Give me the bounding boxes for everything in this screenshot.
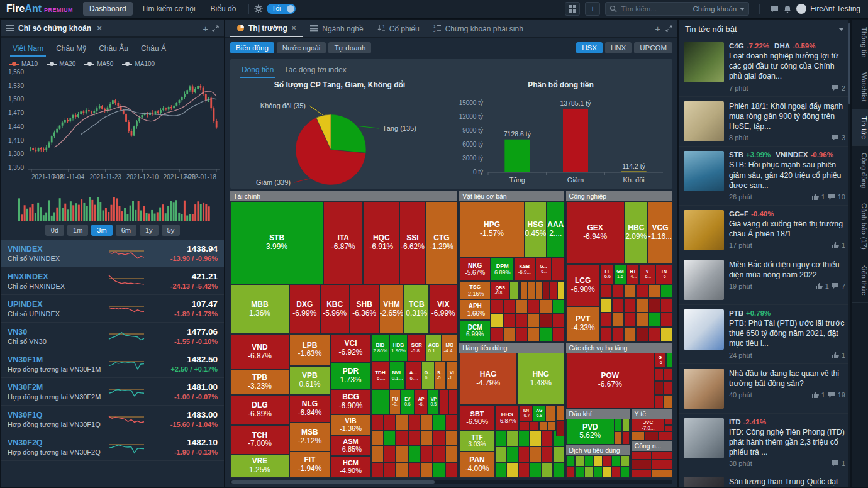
- treemap-cell-small[interactable]: [636, 284, 648, 299]
- treemap-cell-HPG[interactable]: HPG-1.57%: [459, 201, 525, 257]
- exchange-UPCOM[interactable]: UPCOM: [634, 42, 672, 53]
- treemap-cell-small[interactable]: [535, 281, 543, 299]
- treemap-cell-small[interactable]: [593, 467, 603, 478]
- treemap-cell-small[interactable]: [495, 462, 506, 478]
- gear-icon[interactable]: [254, 4, 263, 13]
- sidebar-tab-4[interactable]: Cảnh báo (17): [852, 196, 868, 257]
- treemap-cell-small[interactable]: [550, 281, 557, 299]
- treemap-cell-VHM[interactable]: VHM-2.65%: [379, 284, 404, 334]
- treemap-cell-small[interactable]: [624, 327, 636, 341]
- treemap-cell-DPM[interactable]: DPM6.89%: [491, 257, 514, 281]
- treemap-cell-small[interactable]: [552, 299, 565, 313]
- treemap-cell-S...[interactable]: S...-0...: [435, 362, 446, 389]
- treemap-cell-small[interactable]: [530, 430, 541, 446]
- treemap-cell-VND[interactable]: VND-6.87%: [230, 334, 289, 370]
- index-candle-chart[interactable]: 1,5601,5301,5001,4701,4401,4101,3801,350…: [1, 67, 224, 194]
- treemap-cell-small[interactable]: [556, 405, 564, 421]
- treemap-cell-small[interactable]: [660, 327, 672, 341]
- flow-tab-0[interactable]: Dòng tiền: [238, 64, 277, 78]
- news-tag-symbol[interactable]: PTB: [729, 309, 743, 317]
- nav-item-2[interactable]: Biểu đồ: [204, 2, 243, 16]
- range-button-1y[interactable]: 1y: [140, 225, 159, 236]
- filter-0[interactable]: Biến động: [230, 42, 274, 53]
- market-tab-2[interactable]: 1Cổ phiếu: [371, 20, 426, 37]
- treemap-cell-small[interactable]: [433, 462, 445, 478]
- treemap-cell-small[interactable]: [654, 382, 663, 395]
- treemap-cell-small[interactable]: [491, 313, 503, 327]
- news-title[interactable]: Sản lượng than Trung Quốc đạt mức kỷ lục…: [729, 477, 845, 487]
- expand-icon[interactable]: [665, 25, 672, 32]
- index-row-HNXINDEX[interactable]: HNXINDEXChỉ số HNXINDEX421.21-24.13 / -5…: [1, 267, 224, 295]
- treemap-cell-small[interactable]: [384, 462, 396, 478]
- treemap-cell-KSB[interactable]: KSB-6.9...: [514, 257, 535, 281]
- add-icon[interactable]: +: [203, 23, 208, 34]
- treemap-cell-small[interactable]: [624, 284, 636, 299]
- close-icon[interactable]: ✕: [96, 24, 103, 33]
- treemap-cell-small[interactable]: [420, 430, 433, 446]
- treemap-cell-small[interactable]: [528, 328, 540, 341]
- exchange-HNX[interactable]: HNX: [605, 42, 632, 53]
- treemap-cell-PVD[interactable]: PVD5.62%: [566, 419, 615, 445]
- treemap-cell-small[interactable]: [600, 298, 612, 313]
- news-title[interactable]: ITD: Công nghệ Tiên Phong (ITD) phát hàn…: [729, 427, 845, 458]
- treemap-cell-TT[interactable]: TT-6.6: [600, 264, 614, 284]
- treemap-cell-small[interactable]: [648, 313, 660, 327]
- chat-icon[interactable]: [770, 5, 779, 13]
- sidebar-tab-2[interactable]: Tin tức: [852, 109, 868, 147]
- treemap-cell-KBC[interactable]: KBC-5.96%: [320, 284, 350, 334]
- treemap-cell-small[interactable]: [652, 469, 672, 478]
- treemap-cell-small[interactable]: [612, 327, 624, 341]
- treemap-cell-small[interactable]: [660, 284, 672, 299]
- treemap-cell-small[interactable]: [648, 298, 660, 313]
- comment-icon[interactable]: [832, 282, 839, 290]
- treemap-cell-SBT[interactable]: SBT-6.90%: [459, 405, 495, 430]
- sidebar-tab-5[interactable]: Kiến thức: [852, 257, 868, 303]
- treemap-cell-small[interactable]: [408, 462, 421, 478]
- treemap-cell[interactable]: [552, 257, 564, 281]
- sidebar-tab-1[interactable]: Watchlist: [852, 65, 868, 109]
- treemap-cell-TSC[interactable]: TSC-2.16%: [459, 281, 491, 299]
- treemap-cell-small[interactable]: [603, 455, 612, 467]
- treemap-cell-AG[interactable]: AG6.8: [533, 405, 545, 421]
- sidebar-tab-0[interactable]: Thông tin: [852, 20, 868, 65]
- treemap-cell-TCB[interactable]: TCB0.31%: [404, 284, 429, 334]
- treemap-cell-small[interactable]: [542, 462, 553, 478]
- nav-item-1[interactable]: Tìm kiếm cơ hội: [135, 2, 202, 16]
- treemap-cell-ASM[interactable]: ASM-6.85%: [330, 435, 371, 456]
- treemap-cell-small[interactable]: [530, 446, 541, 462]
- treemap-cell-small[interactable]: [556, 421, 564, 436]
- treemap-cell-small[interactable]: [433, 446, 445, 462]
- comment-icon[interactable]: [832, 84, 839, 92]
- comment-icon[interactable]: [828, 193, 835, 201]
- treemap-cell-small[interactable]: [552, 328, 565, 341]
- comment-icon[interactable]: [828, 391, 835, 399]
- treemap-cell-small[interactable]: [542, 446, 553, 462]
- comment-icon[interactable]: [832, 134, 839, 141]
- treemap-cell-POW[interactable]: POW-6.67%: [566, 353, 655, 408]
- flow-tab-1[interactable]: Tác động tới index: [280, 64, 350, 78]
- treemap-cell-small[interactable]: [575, 455, 584, 467]
- news-item[interactable]: Nhà đầu tư đang lạc quan về thị trường b…: [679, 364, 850, 414]
- index-row-VNINDEX[interactable]: VNINDEXChỉ số VNINDEX1438.94-13.90 / -0.…: [1, 240, 224, 267]
- treemap-cell-small[interactable]: [654, 368, 663, 381]
- treemap-cell-B[interactable]: [528, 281, 535, 299]
- treemap-cell-VPB[interactable]: VPB0.61%: [289, 366, 330, 395]
- treemap-cell-small[interactable]: [384, 446, 396, 462]
- range-button-6m[interactable]: 6m: [116, 225, 136, 236]
- index-row-VN30F1Q[interactable]: VN30F1QHợp đồng tương lai VN30F1Q1483.00…: [1, 406, 224, 433]
- treemap-cell-small[interactable]: [611, 455, 621, 467]
- treemap-cell-F[interactable]: [520, 281, 528, 299]
- treemap-cell-QBS[interactable]: QBS-6.8...: [491, 281, 509, 299]
- treemap-cell-small[interactable]: [396, 446, 408, 462]
- treemap-cell-HT[interactable]: HT-4...: [626, 264, 639, 284]
- news-item[interactable]: Phiên 18/1: Khối ngoại đẩy mạnh mua ròng…: [679, 97, 850, 147]
- news-tag-symbol[interactable]: VNINDEX: [776, 151, 808, 158]
- treemap-cell-NLG[interactable]: NLG-6.84%: [289, 395, 330, 423]
- treemap-cell-small[interactable]: [515, 313, 528, 327]
- index-row-VN30F2M[interactable]: VN30F2MHợp đồng tương lai VN30F2M1481.00…: [1, 378, 224, 406]
- treemap-cell-SHB[interactable]: SHB-6.36%: [350, 284, 379, 334]
- treemap-cell-small[interactable]: [445, 446, 458, 462]
- treemap-cell-TTF[interactable]: TTF3.03%: [459, 430, 495, 452]
- layout-grid-icon[interactable]: [565, 2, 580, 16]
- treemap-cell-small[interactable]: [652, 460, 672, 469]
